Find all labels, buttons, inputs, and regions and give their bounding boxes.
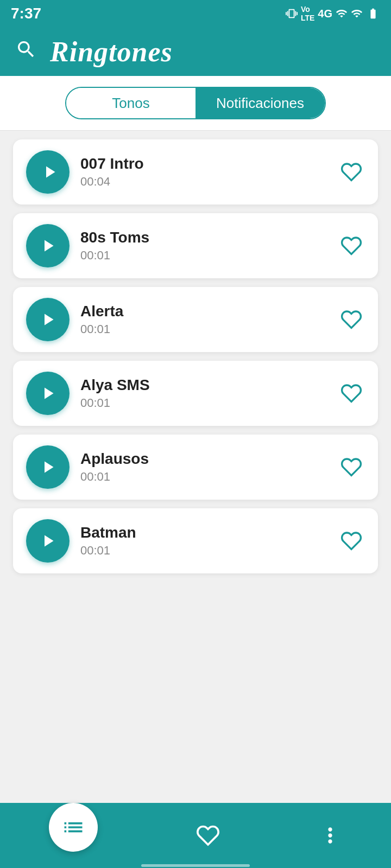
ringtone-name-2: 80s Toms (80, 229, 327, 246)
tab-container: Tonos Notificaciones (0, 76, 391, 131)
header: Ringtones (0, 27, 391, 76)
list-icon (61, 815, 85, 839)
status-time: 7:37 (11, 5, 41, 22)
ringtone-duration-5: 00:01 (80, 470, 327, 484)
status-bar: 7:37 VoLTE 4G (0, 0, 391, 27)
status-icons: VoLTE 4G (286, 5, 380, 22)
home-indicator (0, 863, 391, 868)
vibrate-icon (286, 8, 298, 20)
volte-icon: VoLTE (301, 5, 314, 22)
home-bar (141, 864, 250, 867)
ringtone-duration-1: 00:04 (80, 175, 327, 189)
ringtone-info-3: Alerta 00:01 (80, 303, 327, 336)
more-icon (318, 824, 342, 847)
ringtone-item: Alya SMS 00:01 (13, 361, 378, 426)
heart-nav-icon (196, 824, 220, 847)
ringtone-duration-6: 00:01 (80, 544, 327, 558)
play-button-2[interactable] (26, 224, 70, 267)
ringtone-list: 007 Intro 00:04 80s Toms 00:01 (0, 131, 391, 708)
ringtone-name-6: Batman (80, 524, 327, 541)
play-icon (40, 162, 59, 182)
search-icon[interactable] (15, 39, 37, 65)
ringtone-duration-4: 00:01 (80, 396, 327, 410)
play-icon (38, 310, 58, 329)
ringtone-info-5: Aplausos 00:01 (80, 450, 327, 484)
favorites-nav-button[interactable] (196, 824, 220, 847)
ringtone-info-4: Alya SMS 00:01 (80, 376, 327, 410)
list-nav-button[interactable] (49, 803, 98, 852)
ringtone-item: Alerta 00:01 (13, 287, 378, 352)
app-title: Ringtones (50, 36, 173, 68)
play-icon (38, 457, 58, 477)
heart-icon-3 (340, 309, 362, 330)
ringtone-name-5: Aplausos (80, 450, 327, 468)
tab-selector: Tonos Notificaciones (65, 87, 326, 119)
heart-icon-1 (340, 161, 362, 183)
ringtone-duration-2: 00:01 (80, 248, 327, 263)
ringtone-item: Batman 00:01 (13, 508, 378, 573)
play-icon (38, 236, 58, 256)
favorite-button-1[interactable] (338, 158, 365, 186)
favorite-button-4[interactable] (338, 380, 365, 407)
favorite-button-3[interactable] (338, 306, 365, 333)
play-button-1[interactable] (26, 150, 70, 194)
ringtone-info-1: 007 Intro 00:04 (80, 155, 327, 189)
ringtone-name-1: 007 Intro (80, 155, 327, 173)
play-icon (38, 384, 58, 403)
play-icon (38, 531, 58, 551)
ringtone-item: 007 Intro 00:04 (13, 139, 378, 205)
heart-icon-6 (340, 530, 362, 552)
signal1-icon (336, 8, 348, 20)
heart-icon-4 (340, 382, 362, 404)
ringtone-name-4: Alya SMS (80, 376, 327, 394)
favorite-button-2[interactable] (338, 232, 365, 259)
tab-notificaciones[interactable]: Notificaciones (195, 88, 325, 118)
favorite-button-6[interactable] (338, 527, 365, 554)
favorite-button-5[interactable] (338, 454, 365, 481)
play-button-4[interactable] (26, 372, 70, 415)
tab-tonos[interactable]: Tonos (66, 88, 195, 118)
play-button-3[interactable] (26, 298, 70, 341)
ringtone-info-6: Batman 00:01 (80, 524, 327, 558)
heart-icon-5 (340, 456, 362, 478)
ringtone-item: Aplausos 00:01 (13, 435, 378, 500)
play-button-5[interactable] (26, 445, 70, 489)
battery-icon (366, 8, 380, 20)
signal2-icon (351, 8, 363, 20)
ringtone-duration-3: 00:01 (80, 322, 327, 336)
play-button-6[interactable] (26, 519, 70, 563)
ringtone-info-2: 80s Toms 00:01 (80, 229, 327, 263)
ringtone-item: 80s Toms 00:01 (13, 213, 378, 278)
heart-icon-2 (340, 235, 362, 257)
more-nav-button[interactable] (318, 824, 342, 847)
bottom-navigation (0, 803, 391, 868)
ringtone-name-3: Alerta (80, 303, 327, 320)
4g-icon: 4G (318, 8, 332, 20)
